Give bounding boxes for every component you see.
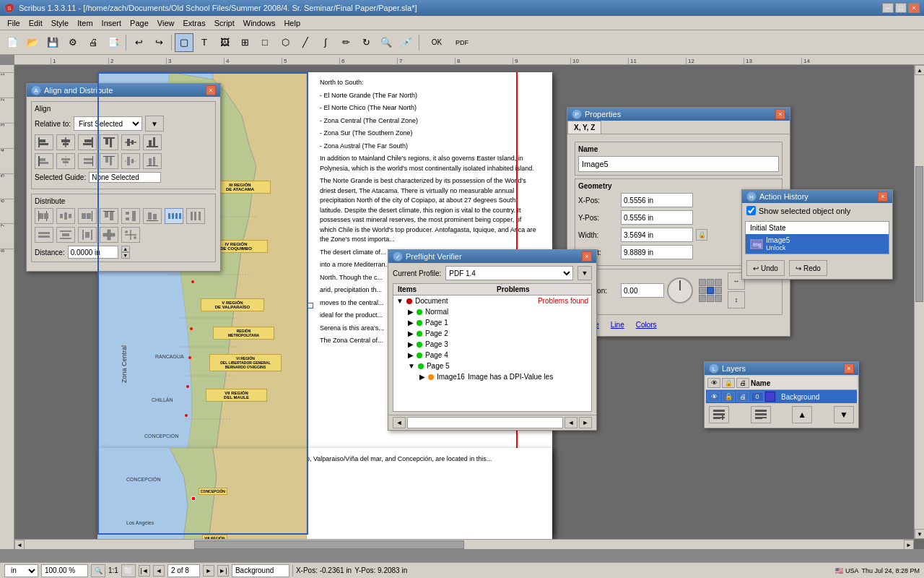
preflight-page1[interactable]: ▶ Page 1: [405, 317, 591, 328]
move-layer-down-btn[interactable]: ▼: [834, 406, 854, 423]
scroll-right-btn[interactable]: ►: [904, 540, 914, 549]
align-center-margins-btn[interactable]: [56, 153, 75, 169]
menu-windows[interactable]: Windows: [239, 17, 280, 29]
dist-equal-btn[interactable]: [165, 208, 183, 224]
relative-dropdown-btn[interactable]: ▼: [145, 116, 164, 131]
rotate-btn[interactable]: ↻: [357, 33, 375, 52]
redo-toolbar-btn[interactable]: ↪: [149, 33, 168, 52]
anchor-mc[interactable]: [707, 287, 714, 294]
preflight-page4[interactable]: ▶ Page 4: [405, 350, 591, 361]
height-input[interactable]: [621, 245, 693, 259]
align-top-btn[interactable]: [100, 134, 118, 150]
distance-input[interactable]: [68, 246, 118, 259]
select-btn[interactable]: ▢: [175, 33, 193, 52]
add-layer-btn[interactable]: [709, 406, 729, 423]
menu-edit[interactable]: Edit: [25, 17, 47, 29]
anchor-tr[interactable]: [715, 279, 722, 286]
next-page-btn[interactable]: ►: [203, 565, 214, 577]
align-centers-h-btn[interactable]: [56, 134, 75, 150]
layers-background-row[interactable]: 👁 🔓 🖨 0 Background: [706, 390, 857, 403]
text-btn[interactable]: T: [195, 33, 214, 52]
vertical-scrollbar[interactable]: ▲ ▼: [914, 65, 924, 539]
rotation-input[interactable]: [621, 283, 664, 298]
preflight-page5[interactable]: ▼ Page 5: [405, 361, 591, 371]
scroll-up-btn[interactable]: ▲: [915, 65, 924, 75]
preflight-panel-title[interactable]: ✓ Preflight Verifier ×: [388, 250, 596, 263]
anchor-bl[interactable]: [699, 295, 706, 302]
properties-close-btn[interactable]: ×: [775, 109, 785, 119]
preflight-normal[interactable]: ▶ Normal: [405, 306, 591, 317]
layer-print-icon[interactable]: 🖨: [736, 392, 749, 402]
history-panel-title[interactable]: H Action History ×: [742, 190, 892, 203]
align-left-edges-btn[interactable]: [35, 134, 53, 150]
first-page-btn[interactable]: |◄: [139, 565, 150, 577]
print-btn[interactable]: 🖨: [84, 33, 103, 52]
zoom-input[interactable]: [41, 564, 88, 577]
layer-color-swatch[interactable]: [765, 392, 775, 402]
new-btn[interactable]: 📄: [3, 33, 22, 52]
zoom-fit-btn[interactable]: ⬜: [121, 564, 136, 577]
align-left-margins-btn[interactable]: [35, 153, 53, 169]
menu-extras[interactable]: Extras: [178, 17, 209, 29]
nav-input[interactable]: [407, 417, 563, 428]
dist-vert-btn[interactable]: [100, 227, 118, 243]
dist-horiz-btn[interactable]: [121, 227, 140, 243]
layer-lock-icon[interactable]: 🔓: [722, 392, 735, 402]
menu-file[interactable]: File: [3, 17, 25, 29]
distance-down-btn[interactable]: ▼: [121, 252, 130, 259]
selection-handle[interactable]: [308, 303, 313, 309]
unit-selector[interactable]: in mm pt: [4, 564, 38, 577]
align-right-margins-btn[interactable]: [78, 153, 97, 169]
freehand-btn[interactable]: ✏: [336, 33, 355, 52]
anchor-tc[interactable]: [707, 279, 714, 286]
save-btn[interactable]: 💾: [43, 33, 62, 52]
menu-view[interactable]: View: [153, 17, 179, 29]
anchor-bc[interactable]: [707, 295, 714, 302]
align-close-btn[interactable]: ×: [206, 85, 216, 95]
colors-link[interactable]: Colors: [632, 319, 661, 330]
dist-top-btn[interactable]: [100, 208, 118, 224]
align-bottom-btn[interactable]: [143, 134, 162, 150]
history-item-image5[interactable]: Img Image5 Unlock: [746, 234, 889, 254]
width-input[interactable]: [621, 228, 693, 242]
move-layer-up-btn[interactable]: ▲: [792, 406, 812, 423]
preflight-page3[interactable]: ▶ Page 3: [405, 339, 591, 350]
maximize-btn[interactable]: □: [895, 3, 907, 13]
menu-item[interactable]: Item: [73, 17, 97, 29]
align-center-page-btn[interactable]: [121, 153, 140, 169]
dist-eq2-btn[interactable]: [35, 227, 53, 243]
dist-middle-btn[interactable]: [121, 208, 140, 224]
align-centers-v-btn[interactable]: [121, 134, 140, 150]
dist-page2-btn[interactable]: [56, 227, 75, 243]
scroll-thumb-v[interactable]: [915, 166, 923, 302]
tab-xyz[interactable]: X, Y, Z: [567, 121, 601, 134]
history-close-btn[interactable]: ×: [878, 191, 888, 202]
flip-v-btn[interactable]: ↕: [728, 291, 745, 309]
lock-icon[interactable]: 🔒: [696, 229, 707, 241]
rotation-dial[interactable]: [667, 277, 693, 303]
preflight-document[interactable]: ▼ Document Problems found: [393, 296, 591, 306]
nav-back-btn[interactable]: ◄: [565, 417, 578, 428]
dist-right-btn[interactable]: [78, 208, 97, 224]
line-link[interactable]: Line: [606, 319, 629, 330]
name-input[interactable]: [578, 156, 779, 172]
menu-page[interactable]: Page: [126, 17, 153, 29]
last-page-btn[interactable]: ►|: [217, 565, 229, 577]
properties-panel-title[interactable]: P Properties ×: [567, 108, 790, 121]
pdf-btn[interactable]: 📑: [104, 33, 123, 52]
align-top-margins-btn[interactable]: [100, 153, 118, 169]
dist-bottom-btn[interactable]: [143, 208, 162, 224]
page-input[interactable]: [167, 564, 200, 577]
xpos-input[interactable]: [621, 193, 693, 207]
prev-page-btn[interactable]: ◄: [153, 565, 165, 577]
relative-to-select[interactable]: First Selected Last Selected Page Margin…: [74, 116, 142, 131]
menu-script[interactable]: Script: [210, 17, 239, 29]
preflight-image16[interactable]: ▶ Image16 Image has a DPI-Value les: [417, 371, 591, 382]
layer-eye-icon[interactable]: 👁: [707, 392, 720, 402]
layers-panel-title[interactable]: L Layers ×: [705, 362, 858, 375]
show-selected-checkbox[interactable]: [746, 206, 756, 215]
preflight-close-btn[interactable]: ×: [582, 251, 592, 262]
delete-layer-btn[interactable]: [751, 406, 771, 423]
shape-btn[interactable]: □: [256, 33, 274, 52]
zoom-out-btn[interactable]: 🔍: [91, 564, 105, 577]
